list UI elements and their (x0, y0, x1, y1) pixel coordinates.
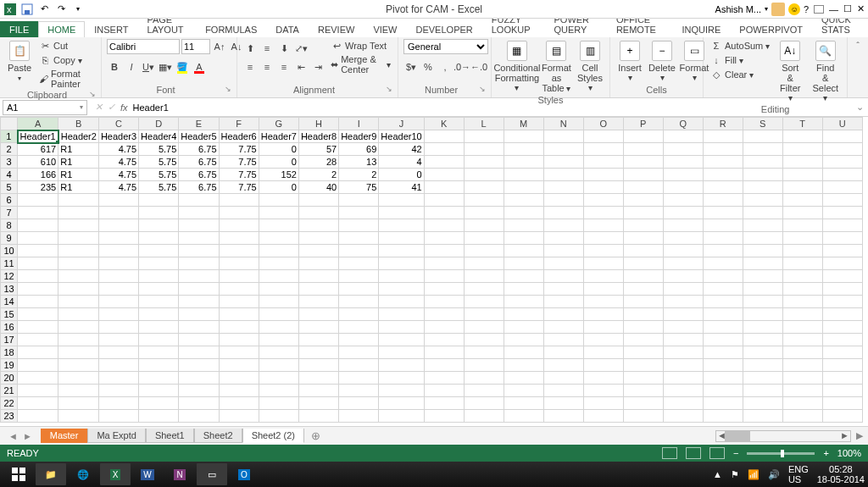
cell-S1[interactable] (743, 130, 782, 143)
cell-K8[interactable] (424, 219, 464, 232)
cell-M1[interactable] (504, 130, 543, 143)
cell-C5[interactable]: 4.75 (98, 181, 138, 194)
cell-L11[interactable] (464, 257, 504, 270)
cell-Q13[interactable] (663, 283, 703, 296)
cell-J22[interactable] (379, 397, 424, 410)
align-bottom-button[interactable]: ⬇ (276, 41, 292, 56)
sheet-tab-master[interactable]: Master (41, 429, 88, 443)
cell-S10[interactable] (743, 245, 782, 257)
col-header-S[interactable]: S (743, 118, 782, 130)
tab-formulas[interactable]: FORMULAS (196, 21, 266, 37)
cell-O14[interactable] (583, 296, 623, 308)
cell-R21[interactable] (703, 385, 743, 397)
cell-S2[interactable] (743, 143, 782, 156)
cell-N11[interactable] (543, 257, 583, 270)
cell-I1[interactable]: Header9 (339, 130, 379, 143)
sheet-nav-prev[interactable]: ◄ (8, 431, 18, 441)
cell-H23[interactable] (298, 410, 338, 423)
cell-F6[interactable] (219, 194, 259, 207)
cell-J6[interactable] (379, 194, 424, 207)
sheet-tab-sheet2[interactable]: Sheet2 (194, 429, 242, 443)
cell-K18[interactable] (424, 346, 464, 359)
cell-B22[interactable] (58, 397, 99, 410)
cell-A4[interactable]: 166 (18, 169, 58, 181)
cell-U1[interactable] (822, 130, 862, 143)
fill-color-button[interactable]: 🪣 (175, 59, 190, 75)
cell-H1[interactable]: Header8 (298, 130, 338, 143)
cell-I3[interactable]: 13 (339, 156, 379, 169)
italic-button[interactable]: I (124, 59, 139, 75)
cell-E21[interactable] (179, 385, 219, 397)
indent-inc-button[interactable]: ⇥ (310, 59, 326, 75)
cell-M11[interactable] (504, 257, 543, 270)
cell-O7[interactable] (583, 207, 623, 219)
cell-O3[interactable] (583, 156, 623, 169)
cell-U22[interactable] (822, 397, 862, 410)
cell-O6[interactable] (583, 194, 623, 207)
cell-A3[interactable]: 610 (18, 156, 58, 169)
cell-G4[interactable]: 152 (259, 169, 298, 181)
tab-developer[interactable]: DEVELOPER (407, 21, 482, 37)
cell-U12[interactable] (822, 270, 862, 283)
cell-C11[interactable] (98, 257, 138, 270)
cell-K22[interactable] (424, 397, 464, 410)
cell-I20[interactable] (339, 372, 379, 385)
cell-F21[interactable] (219, 385, 259, 397)
cell-C4[interactable]: 4.75 (98, 169, 138, 181)
cell-M22[interactable] (504, 397, 543, 410)
cell-C18[interactable] (98, 346, 138, 359)
cell-L6[interactable] (464, 194, 504, 207)
cell-C10[interactable] (98, 245, 138, 257)
cell-E11[interactable] (179, 257, 219, 270)
align-right-button[interactable]: ≡ (276, 59, 292, 75)
cell-M3[interactable] (504, 156, 543, 169)
cell-L19[interactable] (464, 359, 504, 372)
cell-H3[interactable]: 28 (298, 156, 338, 169)
cell-I22[interactable] (339, 397, 379, 410)
cell-I2[interactable]: 69 (339, 143, 379, 156)
cell-C7[interactable] (98, 207, 138, 219)
cell-H4[interactable]: 2 (298, 169, 338, 181)
cell-U9[interactable] (822, 232, 862, 245)
cell-H22[interactable] (298, 397, 338, 410)
cell-U13[interactable] (822, 283, 862, 296)
cell-P16[interactable] (623, 321, 663, 334)
col-header-R[interactable]: R (703, 118, 743, 130)
cell-J8[interactable] (379, 219, 424, 232)
cell-K20[interactable] (424, 372, 464, 385)
cell-O12[interactable] (583, 270, 623, 283)
qat-dropdown-icon[interactable]: ▾ (71, 3, 85, 16)
cell-T14[interactable] (782, 296, 822, 308)
col-header-M[interactable]: M (504, 118, 543, 130)
tab-inquire[interactable]: INQUIRE (673, 21, 731, 37)
cell-U11[interactable] (822, 257, 862, 270)
cell-A10[interactable] (18, 245, 58, 257)
cell-E22[interactable] (179, 397, 219, 410)
cell-O15[interactable] (583, 308, 623, 321)
cell-P18[interactable] (623, 346, 663, 359)
cell-U6[interactable] (822, 194, 862, 207)
cell-R12[interactable] (703, 270, 743, 283)
cell-Q15[interactable] (663, 308, 703, 321)
cell-B4[interactable]: R1 (58, 169, 99, 181)
help-icon[interactable]: ? (804, 4, 809, 14)
cell-R14[interactable] (703, 296, 743, 308)
cell-S7[interactable] (743, 207, 782, 219)
start-button[interactable] (3, 463, 34, 485)
cell-T19[interactable] (782, 359, 822, 372)
cell-N15[interactable] (543, 308, 583, 321)
row-header-1[interactable]: 1 (1, 130, 18, 143)
align-left-button[interactable]: ≡ (242, 59, 258, 75)
cell-K19[interactable] (424, 359, 464, 372)
fill-button[interactable]: ↓Fill ▾ (709, 53, 771, 67)
cell-P6[interactable] (623, 194, 663, 207)
cell-J11[interactable] (379, 257, 424, 270)
cell-E23[interactable] (179, 410, 219, 423)
cell-U8[interactable] (822, 219, 862, 232)
orientation-button[interactable]: ⤢▾ (293, 41, 309, 56)
cell-S22[interactable] (743, 397, 782, 410)
cell-P12[interactable] (623, 270, 663, 283)
cell-S11[interactable] (743, 257, 782, 270)
cell-F23[interactable] (219, 410, 259, 423)
cell-E12[interactable] (179, 270, 219, 283)
